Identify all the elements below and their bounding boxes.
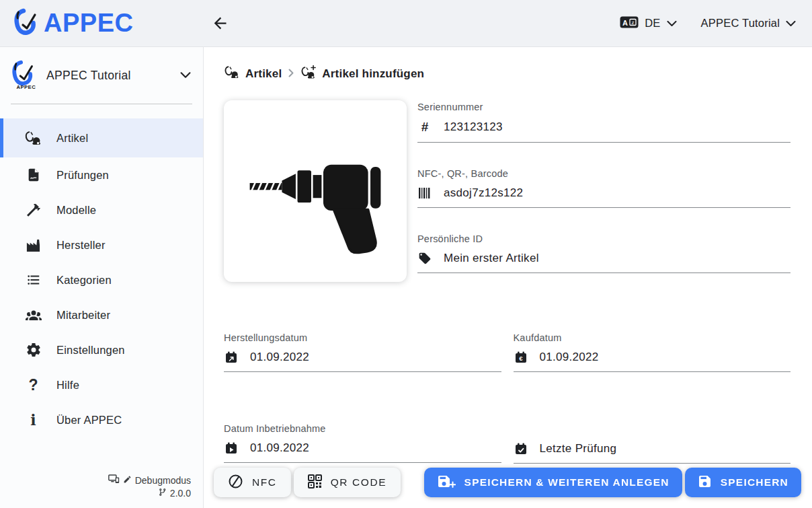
- inbetriebnahme-input[interactable]: 01.09.2022: [224, 441, 501, 463]
- field-value: asdoj7z12s122: [444, 186, 523, 200]
- sidebar-item-label: Artikel: [56, 132, 88, 145]
- sidebar-item-label: Mitarbeiter: [56, 309, 110, 322]
- form-top-row: Seriennummer # 123123123 NFC-, QR-, Barc…: [224, 100, 790, 299]
- field-nfc-qr-barcode: NFC-, QR-, Barcode asdoj7z12s122: [417, 168, 790, 208]
- language-selector[interactable]: A z DE: [620, 15, 676, 32]
- field-label: Persönliche ID: [417, 233, 790, 244]
- sidebar-item-label: Kategorien: [56, 274, 112, 287]
- inspection-document-icon: [24, 167, 42, 183]
- calendar-currency-icon: €: [514, 351, 528, 364]
- field-datum-inbetriebnahme: Datum Inbetriebnahme 01.09.2022: [224, 423, 501, 464]
- sidebar: APPEC APPEC Tutorial Artikel: [0, 47, 204, 508]
- qr-code-button[interactable]: QR CODE: [294, 468, 401, 497]
- herstellungsdatum-input[interactable]: 01.09.2022: [224, 351, 501, 372]
- sidebar-item-kategorien[interactable]: Kategorien: [0, 262, 203, 297]
- version-value: 2.0.0: [170, 487, 191, 500]
- hammer-icon: [24, 202, 42, 218]
- chevron-right-icon: [288, 67, 294, 81]
- save-icon: [698, 474, 712, 491]
- account-selector[interactable]: APPEC Tutorial: [701, 17, 796, 30]
- save-button[interactable]: SPEICHERN: [685, 468, 801, 497]
- breadcrumb-artikel[interactable]: Artikel: [224, 65, 282, 83]
- sidebar-nav: Artikel Prüfungen Modelle: [0, 118, 203, 437]
- sidebar-item-label: Hilfe: [56, 379, 79, 392]
- sidebar-item-modelle[interactable]: Modelle: [0, 192, 203, 227]
- breadcrumb: Artikel Artikel hinzufügen: [224, 65, 790, 83]
- debug-label: Debugmodus: [135, 474, 191, 487]
- svg-text:z: z: [632, 19, 635, 25]
- field-label: NFC-, QR-, Barcode: [417, 168, 790, 179]
- svg-text:A: A: [622, 18, 628, 26]
- svg-text:€: €: [519, 355, 523, 362]
- sidebar-footer: Debugmodus 2.0.0: [108, 474, 191, 500]
- climbing-gear-add-icon: [300, 65, 317, 83]
- drill-image: [239, 128, 391, 254]
- gear-icon: [24, 342, 42, 358]
- carabiner-logo-icon: APPEC: [9, 58, 38, 93]
- sidebar-item-einstellungen[interactable]: Einstellungen: [0, 332, 203, 367]
- account-name: APPEC Tutorial: [701, 17, 780, 30]
- sidebar-item-artikel[interactable]: Artikel: [0, 118, 203, 157]
- nfc-icon: [228, 474, 243, 492]
- field-placeholder: Letzte Prüfung: [540, 442, 617, 456]
- factory-icon: [24, 238, 42, 253]
- field-label: Kaufdatum: [514, 332, 791, 343]
- chevron-down-icon: [667, 17, 677, 30]
- branch-icon: [158, 487, 167, 500]
- save-and-create-label: SPEICHERN & WEITEREN ANLEGEN: [464, 476, 669, 488]
- barcode-icon: [417, 187, 432, 199]
- save-and-create-another-button[interactable]: SPEICHERN & WEITEREN ANLEGEN: [424, 468, 682, 497]
- field-value: 123123123: [444, 120, 503, 134]
- nfc-button[interactable]: NFC: [214, 468, 291, 497]
- people-icon: [24, 307, 42, 323]
- field-persoenliche-id: Persönliche ID Mein erster Artikel: [417, 233, 790, 273]
- qr-code-button-label: QR CODE: [331, 476, 387, 488]
- header-right: A z DE APPEC Tutorial: [620, 15, 812, 32]
- sidebar-item-label: Über APPEC: [56, 414, 122, 427]
- breadcrumb-artikel-hinzufuegen: Artikel hinzufügen: [300, 65, 424, 83]
- field-value: Mein erster Artikel: [444, 252, 539, 265]
- back-arrow-icon[interactable]: [211, 14, 229, 34]
- sidebar-item-label: Modelle: [56, 204, 96, 217]
- code-input[interactable]: asdoj7z12s122: [417, 186, 790, 208]
- breadcrumb-parent-label: Artikel: [245, 67, 282, 81]
- field-seriennummer: Seriennummer # 123123123: [417, 102, 790, 143]
- qr-code-icon: [308, 474, 322, 491]
- tag-icon: [417, 252, 432, 265]
- translate-icon: A z: [620, 15, 639, 32]
- list-icon: [24, 273, 42, 287]
- app-header: APPEC A z DE APPEC Tutorial: [0, 0, 812, 47]
- field-letzte-pruefung: Letzte Prüfung: [514, 423, 791, 464]
- persoenliche-id-input[interactable]: Mein erster Artikel: [417, 252, 790, 273]
- main-content: Artikel Artikel hinzufügen: [204, 0, 812, 508]
- sidebar-item-label: Hersteller: [56, 239, 106, 252]
- calendar-play-icon: [224, 441, 239, 455]
- kaufdatum-input[interactable]: € 01.09.2022: [514, 351, 791, 372]
- seriennummer-input[interactable]: # 123123123: [417, 120, 790, 143]
- debug-mode-row[interactable]: Debugmodus: [108, 474, 191, 487]
- sidebar-item-pruefungen[interactable]: Prüfungen: [0, 157, 203, 192]
- form-fields-column: Seriennummer # 123123123 NFC-, QR-, Barc…: [417, 100, 790, 299]
- app-logo[interactable]: APPEC: [0, 7, 133, 40]
- sidebar-item-ueber-appec[interactable]: i Über APPEC: [0, 402, 203, 437]
- field-label: Herstellungsdatum: [224, 332, 501, 343]
- sidebar-item-label: Einstellungen: [56, 344, 125, 357]
- logo-wordmark: APPEC: [44, 9, 133, 38]
- letzte-pruefung-input[interactable]: Letzte Prüfung: [514, 442, 791, 464]
- sidebar-item-hilfe[interactable]: ? Hilfe: [0, 367, 203, 402]
- devices-icon: [108, 474, 120, 487]
- org-switcher[interactable]: APPEC APPEC Tutorial: [0, 47, 203, 93]
- article-image[interactable]: [224, 100, 407, 282]
- calendar-export-icon: [224, 351, 239, 364]
- sidebar-item-mitarbeiter[interactable]: Mitarbeiter: [0, 297, 203, 332]
- field-value: 01.09.2022: [250, 351, 309, 364]
- org-name: APPEC Tutorial: [46, 69, 171, 83]
- field-label: Datum Inbetriebnahme: [224, 423, 501, 434]
- field-value: 01.09.2022: [250, 441, 309, 455]
- nfc-button-label: NFC: [252, 476, 277, 488]
- sidebar-item-hersteller[interactable]: Hersteller: [0, 227, 203, 262]
- action-bar: NFC QR CODE SPEICH: [214, 468, 801, 497]
- sidebar-divider: [11, 104, 192, 104]
- version-row: 2.0.0: [108, 487, 191, 500]
- calendar-check-icon: [514, 442, 528, 456]
